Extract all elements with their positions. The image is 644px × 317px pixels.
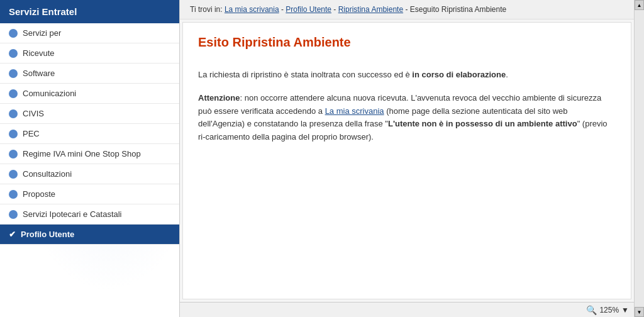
scrollbar-up-arrow[interactable]: ▲ xyxy=(635,0,644,10)
sidebar-item-software[interactable]: Software xyxy=(0,64,179,84)
sidebar-item-ricevute[interactable]: Ricevute xyxy=(0,43,179,64)
sidebar-item-proposte[interactable]: Proposte xyxy=(0,184,179,204)
sidebar-item-regime-iva[interactable]: Regime IVA mini One Stop Shop xyxy=(0,144,179,164)
message-1-suffix: . xyxy=(506,70,508,79)
zoom-level: 125% xyxy=(599,306,619,314)
breadcrumb-link-profilo[interactable]: Profilo Utente xyxy=(286,5,331,14)
sidebar-header: Servizi Entratel xyxy=(0,0,179,23)
zoom-control[interactable]: 🔍 125% ▼ xyxy=(586,305,629,315)
bullet-icon xyxy=(9,170,18,179)
checkmark-icon: ✔ xyxy=(9,230,16,239)
breadcrumb-sep-3: - xyxy=(405,5,409,14)
sidebar-item-servizi-ipotecari[interactable]: Servizi Ipotecari e Catastali xyxy=(0,204,179,225)
bullet-icon xyxy=(9,69,18,78)
message-1-prefix: La richiesta di ripristino è stata inolt… xyxy=(198,70,412,79)
sidebar-item-label: Software xyxy=(23,69,55,78)
sidebar-item-consultazioni[interactable]: Consultazioni xyxy=(0,164,179,184)
sidebar-item-label: Consultazioni xyxy=(23,169,72,179)
bullet-icon xyxy=(9,150,18,158)
sidebar-title: Servizi Entratel xyxy=(9,6,77,17)
bullet-icon xyxy=(9,89,18,98)
bullet-icon xyxy=(9,49,18,58)
zoom-icon: 🔍 xyxy=(586,305,597,315)
breadcrumb: Ti trovi in: La mia scrivania - Profilo … xyxy=(180,0,634,19)
content-panel: Esito Ripristina Ambiente La richiesta d… xyxy=(182,22,631,299)
sidebar-item-label: Profilo Utente xyxy=(21,230,74,239)
breadcrumb-prefix: Ti trovi in: xyxy=(190,5,223,14)
page-title: Esito Ripristina Ambiente xyxy=(198,35,616,53)
sidebar-item-civis[interactable]: CIVIS xyxy=(0,104,179,124)
bullet-icon xyxy=(9,210,18,219)
sidebar-item-label: Comunicazioni xyxy=(23,89,76,98)
message-1-bold: in corso di elaborazione xyxy=(412,70,506,79)
sidebar-item-label: Servizi Ipotecari e Catastali xyxy=(23,209,122,219)
breadcrumb-sep-2: - xyxy=(333,5,338,14)
breadcrumb-link-scrivania[interactable]: La mia scrivania xyxy=(225,5,279,14)
link-scrivania[interactable]: La mia scrivania xyxy=(325,106,384,116)
bullet-icon xyxy=(9,190,18,199)
sidebar-item-label: Ricevute xyxy=(23,48,55,58)
bullet-icon xyxy=(9,109,18,118)
sidebar-item-pec[interactable]: PEC xyxy=(0,124,179,144)
sidebar-item-label: CIVIS xyxy=(23,109,44,118)
bullet-icon xyxy=(9,29,18,38)
sidebar-item-comunicazioni[interactable]: Comunicazioni xyxy=(0,84,179,104)
breadcrumb-link-ripristina[interactable]: Ripristina Ambiente xyxy=(338,5,403,14)
scrollbar-down-arrow[interactable]: ▼ xyxy=(635,307,644,317)
sidebar-item-label: Proposte xyxy=(23,189,55,199)
attention-label: Attenzione xyxy=(198,93,240,103)
message-block-2: Attenzione: non occorre attendere alcuna… xyxy=(198,92,616,144)
sidebar-item-label: Regime IVA mini One Stop Shop xyxy=(23,149,141,158)
content-area: Ti trovi in: La mia scrivania - Profilo … xyxy=(180,0,634,317)
message-3-bold: L'utente non è in possesso di un ambient… xyxy=(388,119,577,128)
sidebar-item-label: Servizi per xyxy=(23,28,61,38)
message-block-1: La richiesta di ripristino è stata inolt… xyxy=(198,69,616,82)
sidebar-item-label: PEC xyxy=(23,129,40,138)
zoom-dropdown-icon[interactable]: ▼ xyxy=(621,306,629,314)
bullet-icon xyxy=(9,130,18,138)
sidebar-item-servizi-per[interactable]: Servizi per xyxy=(0,23,179,43)
breadcrumb-current: Eseguito Ripristina Ambiente xyxy=(410,5,506,14)
sidebar: Servizi Entratel Servizi per Ricevute So… xyxy=(0,0,180,317)
sidebar-items-container: Servizi per Ricevute Software Comunicazi… xyxy=(0,23,179,317)
scrollbar-right: ▲ ▼ xyxy=(634,0,644,317)
sidebar-item-profilo-utente[interactable]: ✔ Profilo Utente xyxy=(0,225,179,245)
status-bar: 🔍 125% ▼ xyxy=(180,302,634,317)
